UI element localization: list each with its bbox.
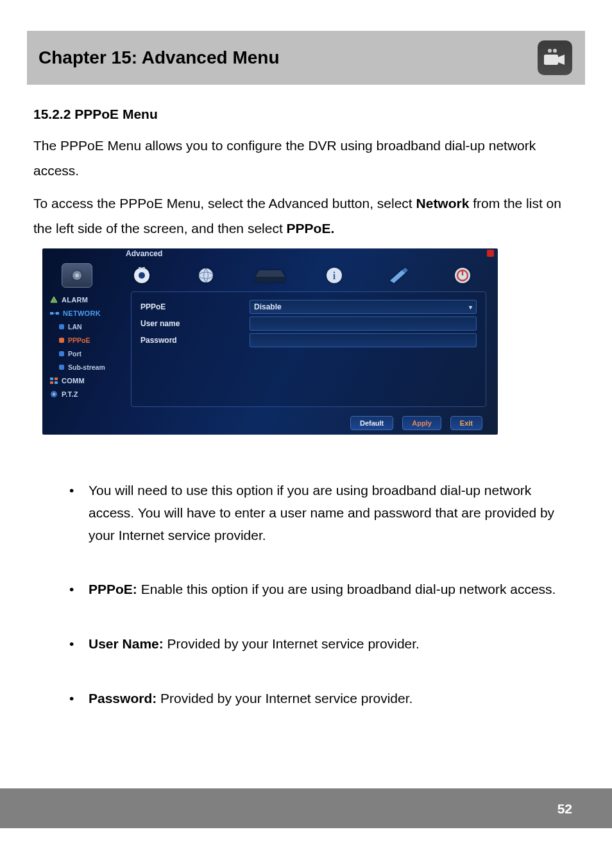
chevron-down-icon: ▾: [469, 304, 472, 311]
sidebar-label: NETWORK: [63, 309, 101, 317]
access-paragraph: To access the PPPoE Menu, select the Adv…: [33, 191, 579, 241]
password-field-label: Password: [140, 336, 250, 345]
svg-rect-9: [142, 267, 145, 269]
sidebar-item-comm[interactable]: COMM: [49, 374, 131, 387]
bullet-icon: [59, 324, 64, 329]
alarm-icon: [50, 296, 58, 304]
text: You will need to use this option if you …: [89, 483, 554, 542]
sidebar-label: P.T.Z: [62, 390, 78, 398]
dvr-screenshot: Advanced i: [42, 248, 498, 435]
dvr-footer-buttons: Default Apply Exit: [350, 416, 482, 430]
list-item: User Name: Provided by your Internet ser…: [69, 633, 579, 655]
svg-point-5: [75, 273, 79, 277]
comm-icon: [50, 378, 58, 384]
sidebar-item-alarm[interactable]: ALARM: [49, 293, 131, 306]
sidebar-label: Sub-stream: [68, 363, 105, 371]
sidebar-label: Port: [68, 350, 81, 358]
exit-button[interactable]: Exit: [450, 416, 482, 430]
record-icon[interactable]: [127, 264, 157, 287]
svg-point-10: [199, 268, 213, 282]
network-bold: Network: [416, 196, 470, 211]
sidebar-item-port[interactable]: Port: [49, 347, 131, 360]
sidebar-label: PPPoE: [68, 336, 90, 344]
dvr-top-icon-row: i: [42, 259, 498, 291]
svg-rect-0: [544, 55, 558, 65]
ptz-icon: [50, 390, 58, 398]
svg-rect-24: [50, 381, 53, 384]
bullet-label: Password:: [89, 691, 157, 706]
pppoe-bold: PPPoE.: [287, 221, 335, 236]
svg-rect-8: [139, 267, 141, 269]
pppoe-field-label: PPPoE: [140, 302, 250, 311]
hdd-icon[interactable]: [255, 264, 285, 287]
list-item: You will need to use this option if you …: [69, 480, 579, 546]
settings-gear-icon[interactable]: [62, 263, 92, 288]
dvr-window-title: Advanced: [42, 248, 498, 259]
apply-button[interactable]: Apply: [402, 416, 441, 430]
password-input[interactable]: [250, 333, 477, 347]
svg-rect-19: [50, 312, 53, 315]
sidebar-item-network[interactable]: NETWORK: [49, 306, 131, 320]
text: Provided by your Internet service provid…: [157, 691, 412, 706]
sidebar-item-lan[interactable]: LAN: [49, 320, 131, 333]
close-icon[interactable]: [487, 250, 494, 257]
sidebar-label: COMM: [62, 377, 85, 385]
text: Enable this option if you are using broa…: [137, 582, 556, 596]
sidebar-item-substream[interactable]: Sub-stream: [49, 360, 131, 374]
svg-rect-23: [55, 378, 58, 380]
text: Provided by your Internet service provid…: [164, 636, 420, 651]
bullet-icon: [59, 365, 64, 370]
svg-point-27: [53, 393, 55, 395]
list-item: PPPoE: Enable this option if you are usi…: [69, 578, 579, 601]
sidebar-label: ALARM: [62, 296, 88, 304]
dvr-form-panel: PPPoE Disable ▾ User name Password: [131, 291, 486, 407]
svg-rect-22: [50, 378, 53, 380]
intro-paragraph: The PPPoE Menu allows you to configure t…: [33, 134, 579, 184]
pppoe-dropdown-value: Disable: [254, 302, 282, 311]
info-icon[interactable]: i: [319, 264, 349, 287]
username-input[interactable]: [250, 317, 477, 331]
chapter-title: Chapter 15: Advanced Menu: [38, 48, 279, 68]
section-heading: 15.2.2 PPPoE Menu: [33, 107, 579, 122]
sidebar-item-ptz[interactable]: P.T.Z: [49, 387, 131, 401]
globe-icon[interactable]: [191, 264, 221, 287]
svg-point-7: [139, 272, 145, 279]
network-icon: [50, 310, 59, 317]
svg-point-2: [548, 49, 552, 53]
content-area: 15.2.2 PPPoE Menu The PPPoE Menu allows …: [27, 85, 585, 709]
chapter-header: Chapter 15: Advanced Menu: [27, 31, 585, 85]
svg-marker-1: [558, 55, 565, 65]
sidebar-label: LAN: [68, 323, 82, 331]
bullet-list: You will need to use this option if you …: [69, 480, 579, 709]
bullet-label: PPPoE:: [89, 582, 137, 596]
svg-rect-13: [255, 277, 285, 282]
tools-icon[interactable]: [384, 264, 413, 287]
camera-icon: [538, 40, 572, 75]
svg-rect-25: [55, 381, 58, 384]
text: To access the PPPoE Menu, select the Adv…: [33, 196, 416, 211]
pppoe-dropdown[interactable]: Disable ▾: [250, 300, 477, 314]
dvr-sidebar: ALARM NETWORK LAN PPPoE Port Sub-stream …: [42, 291, 131, 407]
power-icon[interactable]: [448, 264, 477, 287]
bullet-label: User Name:: [89, 636, 164, 651]
sidebar-item-pppoe[interactable]: PPPoE: [49, 333, 131, 347]
svg-point-3: [553, 49, 557, 53]
bullet-icon: [59, 351, 64, 356]
list-item: Password: Provided by your Internet serv…: [69, 688, 579, 710]
svg-text:i: i: [333, 270, 336, 281]
bullet-icon: [59, 338, 64, 343]
footer-band: 52: [0, 788, 612, 828]
page-number: 52: [557, 801, 572, 817]
username-field-label: User name: [140, 319, 250, 328]
svg-rect-20: [56, 312, 59, 315]
default-button[interactable]: Default: [350, 416, 393, 430]
svg-marker-12: [255, 270, 285, 277]
